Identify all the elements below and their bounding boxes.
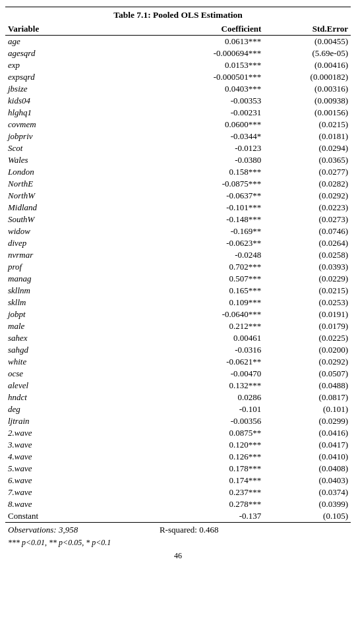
variable-name: jobpt (5, 308, 157, 320)
stderr-value: (0.0408) (264, 463, 351, 475)
table-row: hlghq1-0.00231(0.00156) (5, 107, 351, 119)
coefficient-value: -0.00470 (157, 368, 264, 380)
coefficient-value: 0.0600*** (157, 119, 264, 131)
table-row: sahgd-0.0316(0.0200) (5, 344, 351, 356)
coefficient-value: -0.0248 (157, 249, 264, 261)
table-row: covmem0.0600***(0.0215) (5, 119, 351, 131)
stderr-value: (0.0215) (264, 285, 351, 297)
coefficient-value: 0.507*** (157, 273, 264, 285)
variable-name: Scot (5, 142, 157, 154)
stderr-value: (0.000182) (264, 71, 351, 83)
coefficient-value: -0.0380 (157, 154, 264, 166)
coefficient-value: -0.101*** (157, 202, 264, 214)
col-header-coefficient: Coefficient (157, 23, 264, 36)
variable-name: Wales (5, 154, 157, 166)
table-row: hndct0.0286(0.0817) (5, 392, 351, 403)
table-row: Wales-0.0380(0.0365) (5, 154, 351, 166)
coefficient-value: -0.0637** (157, 190, 264, 202)
rsquared-value: R-squared: 0.468 (157, 523, 351, 537)
coefficient-value: -0.137 (157, 510, 264, 523)
table-row: ocse-0.00470(0.0507) (5, 368, 351, 380)
stderr-value: (0.0282) (264, 178, 351, 190)
variable-name: deg (5, 403, 157, 415)
variable-name: widow (5, 225, 157, 237)
variable-name: covmem (5, 119, 157, 131)
table-row: age0.0613***(0.00455) (5, 36, 351, 48)
coefficient-value: -0.0640*** (157, 308, 264, 320)
table-row: expsqrd-0.000501***(0.000182) (5, 71, 351, 83)
variable-name: 2.wave (5, 427, 157, 439)
stderr-value: (0.00455) (264, 36, 351, 48)
variable-name: skllm (5, 297, 157, 308)
coefficient-value: 0.174*** (157, 475, 264, 486)
coefficient-value: -0.0875*** (157, 178, 264, 190)
stderr-value: (0.0393) (264, 261, 351, 273)
coefficient-value: -0.0623** (157, 237, 264, 249)
table-row: jobpt-0.0640***(0.0191) (5, 308, 351, 320)
variable-name: white (5, 356, 157, 368)
stderr-value: (0.0273) (264, 214, 351, 225)
stderr-value: (0.0215) (264, 119, 351, 131)
stderr-value: (0.0253) (264, 297, 351, 308)
table-row: jbsize0.0403***(0.00316) (5, 83, 351, 95)
variable-name: skllnm (5, 285, 157, 297)
stderr-value: (0.0399) (264, 498, 351, 510)
stderr-value: (0.0181) (264, 131, 351, 142)
coefficient-value: -0.0621** (157, 356, 264, 368)
coefficient-value: 0.120*** (157, 439, 264, 451)
table-row: 3.wave0.120***(0.0417) (5, 439, 351, 451)
variable-name: prof (5, 261, 157, 273)
stderr-value: (0.0264) (264, 237, 351, 249)
variable-name: Midland (5, 202, 157, 214)
col-header-stderr: Std.Error (264, 23, 351, 36)
coefficient-value: 0.0613*** (157, 36, 264, 48)
significance-row: *** p<0.01, ** p<0.05, * p<0.1 (5, 537, 351, 548)
variable-name: nvrmar (5, 249, 157, 261)
coefficient-value: 0.126*** (157, 451, 264, 463)
variable-name: 7.wave (5, 486, 157, 498)
coefficient-value: -0.000694*** (157, 47, 264, 59)
table-title: Table 7.1: Pooled OLS Estimation (5, 7, 351, 20)
coefficient-value: 0.178*** (157, 463, 264, 475)
table-row: nvrmar-0.0248(0.0258) (5, 249, 351, 261)
table-row: ljtrain-0.00356(0.0299) (5, 415, 351, 427)
variable-name: exp (5, 59, 157, 71)
coefficient-value: 0.109*** (157, 297, 264, 308)
table-row: NorthE-0.0875***(0.0282) (5, 178, 351, 190)
variable-name: London (5, 166, 157, 178)
variable-name: NorthE (5, 178, 157, 190)
stderr-value: (0.0292) (264, 190, 351, 202)
table-row: Scot-0.0123(0.0294) (5, 142, 351, 154)
coefficient-value: -0.00356 (157, 415, 264, 427)
variable-name: sahex (5, 332, 157, 344)
table-row: male0.212***(0.0179) (5, 320, 351, 332)
coefficient-value: -0.000501*** (157, 71, 264, 83)
stderr-value: (0.0225) (264, 332, 351, 344)
stderr-value: (0.0277) (264, 166, 351, 178)
stderr-value: (0.00416) (264, 59, 351, 71)
table-row: NorthW-0.0637**(0.0292) (5, 190, 351, 202)
stderr-value: (0.0817) (264, 392, 351, 403)
stderr-value: (0.0223) (264, 202, 351, 214)
stderr-value: (0.0200) (264, 344, 351, 356)
significance-note: *** p<0.01, ** p<0.05, * p<0.1 (5, 537, 351, 548)
coefficient-value: 0.0875** (157, 427, 264, 439)
stderr-value: (0.101) (264, 403, 351, 415)
coefficient-value: -0.0344* (157, 131, 264, 142)
table-row: widow-0.169**(0.0746) (5, 225, 351, 237)
stderr-value: (0.00156) (264, 107, 351, 119)
coefficient-value: 0.158*** (157, 166, 264, 178)
table-row: exp0.0153***(0.00416) (5, 59, 351, 71)
table-row: alevel0.132***(0.0488) (5, 380, 351, 392)
stderr-value: (0.00938) (264, 95, 351, 107)
coefficient-value: -0.148*** (157, 214, 264, 225)
table-row: 6.wave0.174***(0.0403) (5, 475, 351, 486)
coefficient-value: 0.165*** (157, 285, 264, 297)
variable-name: expsqrd (5, 71, 157, 83)
stderr-value: (0.0258) (264, 249, 351, 261)
footer-row: Observations: 3,958R-squared: 0.468 (5, 523, 351, 537)
coefficient-value: -0.0316 (157, 344, 264, 356)
coefficient-value: 0.237*** (157, 486, 264, 498)
observations-label: Observations: 3,958 (5, 523, 157, 537)
coefficient-value: -0.00353 (157, 95, 264, 107)
